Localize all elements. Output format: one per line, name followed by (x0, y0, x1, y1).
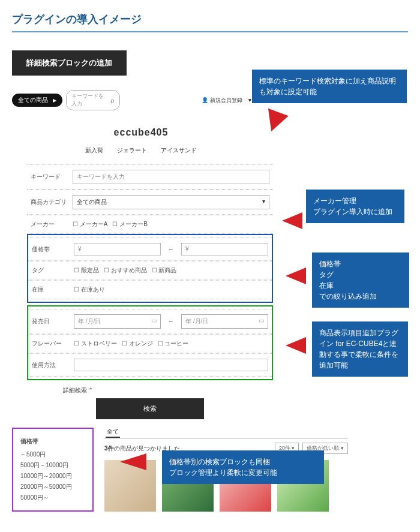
price-range-item[interactable]: 10000円～20000円 (20, 472, 85, 480)
howto-input[interactable] (74, 359, 268, 371)
arrow-icon (286, 267, 306, 284)
range-separator: ～ (168, 317, 174, 326)
howto-label: 使用方法 (32, 361, 74, 369)
maker-row: メーカー ☐ メーカーA ☐ メーカーB (27, 215, 273, 234)
tag-checkbox[interactable]: ☐ おすすめ商品 (104, 266, 147, 275)
person-icon: 👤 (202, 97, 208, 103)
price-row: 価格帯 ¥ ～ ¥ (28, 238, 272, 261)
callout-addon: 商品表示項目追加プラグイン for EC-CUBE4と連動する事で柔軟に条件を追… (312, 321, 408, 377)
stock-row: 在庫 ☐ 在庫あり (28, 280, 272, 299)
page-title: プラグインの導入イメージ (12, 6, 408, 32)
category-row: 商品カテゴリ 全ての商品▾ (27, 190, 273, 215)
date-to-input[interactable]: 年 /月/日▭ (181, 314, 268, 329)
search-button[interactable]: 検索 (96, 398, 204, 419)
blue-group: 価格帯 ¥ ～ ¥ タグ ☐ 限定品 ☐ おすすめ商品 ☐ 新商品 在庫 ☐ 在… (27, 234, 273, 303)
search-input-small[interactable]: キーワードを入力 ⌕ (66, 90, 120, 110)
callout-price-block: 価格帯別の検索ブロックも同梱 ブロック管理より柔軟に変更可能 (162, 450, 324, 484)
category-label: 商品カテゴリ (31, 198, 73, 206)
search-icon[interactable]: ⌕ (110, 97, 115, 104)
search-placeholder: キーワードを入力 (71, 92, 108, 108)
keyword-label: キーワード (31, 173, 73, 181)
nav-item[interactable]: ジェラート (117, 147, 147, 154)
callout-keyword: 標準のキーワード検索対象に加え商品説明も対象に設定可能 (252, 70, 407, 103)
price-label: 価格帯 (32, 245, 74, 254)
stock-label: 在庫 (32, 285, 74, 294)
tag-checkbox[interactable]: ☐ 新商品 (152, 266, 177, 275)
arrow-icon (286, 337, 306, 354)
register-link[interactable]: 👤新規会員登録 (202, 97, 242, 104)
tag-label: タグ (32, 266, 74, 275)
keyword-row: キーワード キーワードを入力 (27, 164, 273, 190)
category-dropdown[interactable]: 全ての商品 (12, 94, 62, 107)
tag-row: タグ ☐ 限定品 ☐ おすすめ商品 ☐ 新商品 (28, 261, 272, 280)
flavor-checkbox[interactable]: ☐ オレンジ (122, 339, 153, 348)
green-group: 発売日 年 /月/日▭ ～ 年 /月/日▭ フレーバー ☐ ストロベリー ☐ オ… (27, 305, 273, 380)
howto-row: 使用方法 (28, 353, 272, 377)
results-tab[interactable]: 全て (104, 428, 348, 439)
maker-checkbox-a[interactable]: ☐ メーカーA (73, 220, 107, 229)
chevron-up-icon: ⌃ (88, 387, 93, 393)
nav-item[interactable]: アイスサンド (161, 147, 197, 154)
price-range-title: 価格帯 (20, 437, 85, 446)
arrow-icon (120, 453, 146, 470)
site-logo: eccube405 (6, 127, 420, 138)
arrow-icon (282, 212, 302, 229)
nav-item[interactable]: 新入荷 (85, 147, 103, 154)
release-label: 発売日 (32, 317, 74, 326)
price-max-input[interactable]: ¥ (181, 243, 268, 256)
callout-filter: 価格帯 タグ 在庫 での絞り込み追加 (312, 253, 409, 308)
price-range-block: 価格帯 ～5000円 5000円～10000円 10000円～20000円 20… (12, 428, 94, 512)
flavor-label: フレーバー (32, 339, 74, 348)
price-range-item[interactable]: ～5000円 (20, 450, 85, 459)
flavor-checkbox[interactable]: ☐ ストロベリー (74, 339, 117, 348)
price-min-input[interactable]: ¥ (74, 243, 161, 256)
nav-menu: 新入荷 ジェラート アイスサンド (6, 146, 420, 155)
maker-label: メーカー (31, 220, 73, 229)
date-from-input[interactable]: 年 /月/日▭ (74, 314, 161, 329)
price-range-item[interactable]: 20000円～50000円 (20, 483, 85, 491)
heart-icon: ♥ (248, 97, 251, 103)
detail-search-toggle[interactable]: 詳細検索 ⌃ (27, 386, 273, 395)
calendar-icon: ▭ (259, 317, 264, 326)
maker-checkbox-b[interactable]: ☐ メーカーB (112, 220, 147, 229)
stock-checkbox[interactable]: ☐ 在庫あり (74, 285, 105, 294)
flavor-row: フレーバー ☐ ストロベリー ☐ オレンジ ☐ コーヒー (28, 334, 272, 353)
keyword-input[interactable]: キーワードを入力 (73, 170, 269, 184)
price-range-item[interactable]: 50000円～ (20, 494, 85, 502)
price-range-item[interactable]: 5000円～10000円 (20, 461, 85, 470)
flavor-checkbox[interactable]: ☐ コーヒー (158, 339, 189, 348)
release-row: 発売日 年 /月/日▭ ～ 年 /月/日▭ (28, 309, 272, 334)
callout-maker: メーカー管理 プラグイン導入時に追加 (306, 190, 404, 223)
section-header: 詳細検索ブロックの追加 (12, 50, 127, 76)
range-separator: ～ (168, 245, 174, 254)
calendar-icon: ▭ (151, 317, 157, 326)
chevron-down-icon: ▾ (262, 198, 265, 206)
tag-checkbox[interactable]: ☐ 限定品 (74, 266, 99, 275)
category-select[interactable]: 全ての商品▾ (73, 195, 269, 209)
